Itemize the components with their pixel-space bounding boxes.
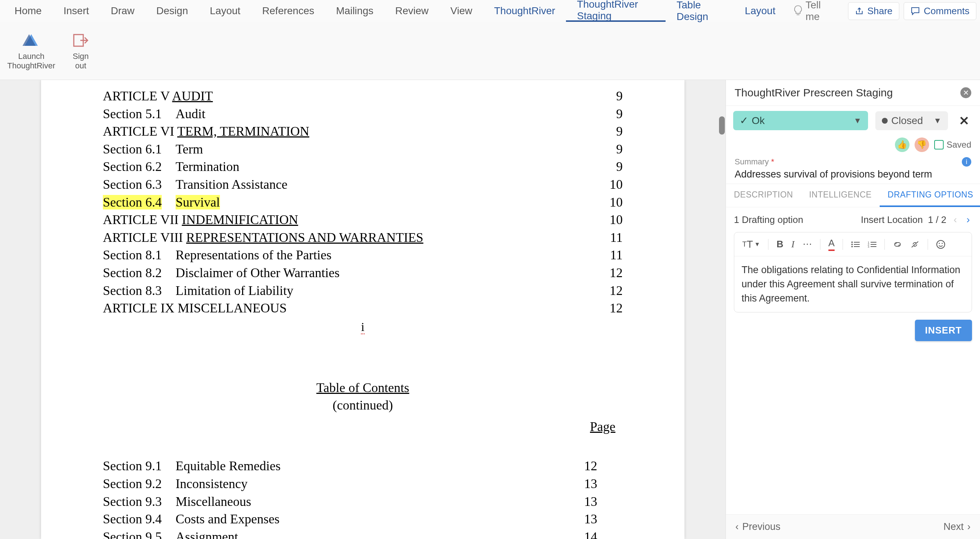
thumbs-down-button[interactable]: 👎 [915,137,929,152]
toc-row: Section 8.2Disclaimer of Other Warrantie… [103,264,623,282]
location-next-button[interactable]: › [964,214,972,225]
toc-row: Section 9.5Assignment14 [103,528,623,539]
comments-button[interactable]: Comments [904,2,976,20]
ribbon-tab-thoughtriver-staging[interactable]: ThoughtRiver Staging [566,0,666,22]
toc-row: ARTICLE VII INDEMNIFICATION10 [103,211,623,229]
feedback-row: 👍 👎 Saved [726,135,980,157]
ribbon-tab-review[interactable]: Review [384,0,439,22]
drafting-count: 1 Drafting option [734,214,803,225]
toc-row: ARTICLE V AUDIT9 [103,87,623,105]
location-prev-button[interactable]: ‹ [951,214,959,225]
toc-heading-block: Table of Contents (continued) [103,379,623,414]
summary-text[interactable]: Addresses survival of provisions beyond … [735,169,971,180]
status-closed-dropdown[interactable]: Closed ▼ [875,111,948,130]
unlink-icon [910,241,920,248]
number-list-button[interactable]: 123 [865,239,879,249]
ribbon-tab-draw[interactable]: Draw [100,0,145,22]
emoji-button[interactable] [933,238,948,250]
toc-row: Section 6.1Term9 [103,140,623,158]
ribbon-tab-insert[interactable]: Insert [53,0,100,22]
svg-point-2 [851,241,853,243]
ribbon-tab-references[interactable]: References [251,0,325,22]
ribbon-tab-layout[interactable]: Layout [199,0,251,22]
toc-row: Section 9.3Miscellaneous13 [103,493,623,510]
ribbon-tab-mailings[interactable]: Mailings [325,0,385,22]
italic-button[interactable]: I [788,238,797,251]
ribbon-tab-thoughtriver[interactable]: ThoughtRiver [483,0,566,22]
editor-textarea[interactable]: The obligations relating to Confidential… [734,257,972,312]
scrollbar-thumb[interactable] [719,116,725,135]
toc-row: Section 6.4Survival10 [103,193,623,211]
link-button[interactable] [890,239,905,249]
ribbon-tab-design[interactable]: Design [145,0,199,22]
toc-row: Section 6.3Transition Assistance10 [103,175,623,193]
toc-row: Section 8.1Representations of the Partie… [103,246,623,264]
panel-close-button[interactable]: ✕ [960,87,971,98]
comment-icon [911,6,920,15]
bullet-list-button[interactable] [848,239,862,249]
document-viewport[interactable]: ARTICLE V AUDIT9Section 5.1Audit9ARTICLE… [0,80,725,539]
svg-point-17 [942,242,943,244]
subtab-intelligence[interactable]: INTELLIGENCE [801,184,880,207]
panel-title: ThoughtRiver Prescreen Staging [735,86,893,99]
thoughtriver-panel: ThoughtRiver Prescreen Staging ✕ ✓Ok ▼ C… [725,80,980,539]
summary-label: Summary * i [735,157,971,167]
thumbs-up-button[interactable]: 👍 [895,137,910,152]
summary-block: Summary * i Addresses survival of provis… [726,157,980,184]
text-size-icon: T [742,240,747,249]
toc-row: Section 9.4Costs and Expenses13 [103,510,623,528]
bold-button[interactable]: B [773,237,786,251]
text-color-button[interactable]: A [826,236,837,252]
thumbs-up-icon: 👍 [897,140,907,150]
unlink-button[interactable] [907,239,923,249]
svg-point-6 [851,246,853,247]
toc-row: Section 6.2Termination9 [103,158,623,175]
ribbon-tab-table-design[interactable]: Table Design [666,0,734,22]
more-format-button[interactable]: ⋯ [800,237,815,251]
insert-button[interactable]: INSERT [915,320,972,341]
drafting-body: 1 Drafting option Insert Location 1 / 2 … [726,207,980,514]
link-icon [893,241,902,248]
sign-out-icon [70,31,92,49]
ribbon-toolbar: Launch ThoughtRiver Sign out [0,22,980,80]
toc-row: ARTICLE VIII REPRESENTATIONS AND WARRANT… [103,229,623,247]
text-size-button[interactable]: TT ▼ [739,237,763,252]
close-issue-button[interactable]: ✕ [955,113,973,128]
panel-header: ThoughtRiver Prescreen Staging ✕ [726,80,980,106]
next-button[interactable]: Next › [943,521,970,533]
emoji-icon [936,240,945,249]
main-area: ARTICLE V AUDIT9Section 5.1Audit9ARTICLE… [0,80,980,539]
toc-row: Section 9.2Inconsistency13 [103,475,623,493]
svg-point-15 [937,241,945,249]
chevron-right-icon: › [967,521,970,533]
page-number-roman: i [103,319,623,335]
save-icon [934,140,943,150]
ribbon-tab-layout[interactable]: Layout [734,0,786,22]
check-icon: ✓ [740,115,748,127]
panel-subtabs: DESCRIPTIONINTELLIGENCEDRAFTING OPTIONS [726,184,980,207]
number-list-icon: 123 [868,241,877,248]
lightbulb-icon [794,5,803,17]
toc-row: Section 9.1Equitable Remedies12 [103,457,623,475]
editor-toolbar: TT ▼ B I ⋯ A 123 [734,233,972,257]
toc-heading: Table of Contents [103,379,623,397]
ribbon-tab-home[interactable]: Home [4,0,53,22]
launch-thoughtriver-button[interactable]: Launch ThoughtRiver [7,31,55,70]
sign-out-button[interactable]: Sign out [70,31,92,70]
toc-page-label: Page [103,418,623,436]
toc-row: ARTICLE VI TERM, TERMINATION9 [103,123,623,140]
share-button[interactable]: Share [848,2,899,20]
ribbon-tab-view[interactable]: View [439,0,483,22]
drafting-editor: TT ▼ B I ⋯ A 123 The obligations r [734,232,972,313]
previous-button[interactable]: ‹ Previous [735,521,780,533]
chevron-down-icon: ▼ [853,116,862,126]
drafting-info-row: 1 Drafting option Insert Location 1 / 2 … [734,214,972,225]
tell-me-label: Tell me [805,0,837,22]
subtab-description[interactable]: DESCRIPTION [726,184,801,207]
status-ok-dropdown[interactable]: ✓Ok ▼ [733,111,868,130]
info-icon[interactable]: i [962,157,971,167]
subtab-drafting-options[interactable]: DRAFTING OPTIONS [880,184,980,207]
tell-me[interactable]: Tell me [786,0,844,22]
svg-point-16 [939,242,940,244]
chevron-down-icon: ▼ [754,241,760,248]
